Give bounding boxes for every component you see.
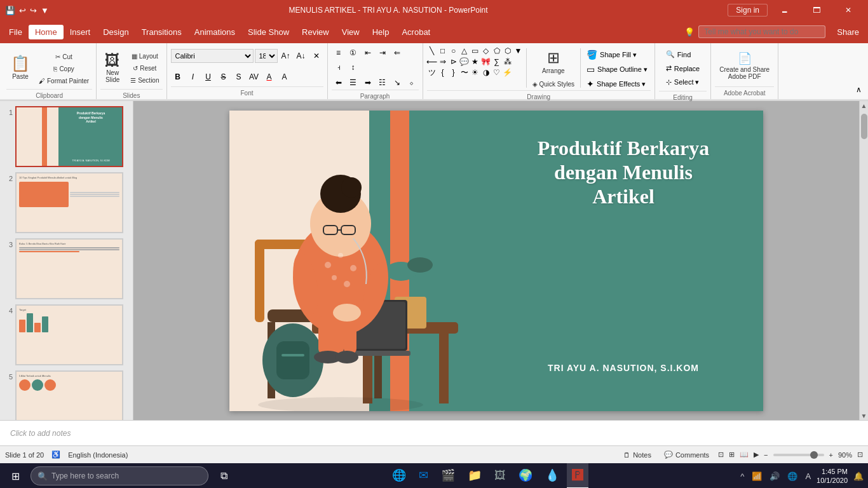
- triangle-shape[interactable]: △: [459, 46, 470, 56]
- slide-panel[interactable]: 1 Produktif Berkaryadengan MenulisArtike…: [0, 101, 133, 420]
- zoom-out-button[interactable]: −: [764, 451, 768, 459]
- ime-icon[interactable]: A: [803, 471, 813, 481]
- strikethrough-button[interactable]: S: [217, 70, 231, 84]
- indent-decrease-button[interactable]: ⇤: [361, 46, 375, 60]
- align-right-button[interactable]: ➡: [361, 76, 375, 90]
- numbering-button[interactable]: ①: [346, 46, 360, 60]
- notes-button[interactable]: 🗒 Notes: [620, 450, 655, 460]
- wave-shape[interactable]: 〜: [459, 67, 470, 78]
- rect-shape[interactable]: □: [438, 46, 448, 56]
- layout-button[interactable]: ▦ Layout: [127, 51, 162, 62]
- scroll-up-arrow[interactable]: ▲: [860, 101, 869, 110]
- shape-outline-button[interactable]: ▭ Shape Outline ▾: [583, 63, 651, 76]
- moon-shape[interactable]: ◑: [481, 67, 491, 78]
- zoom-level[interactable]: 90%: [838, 451, 852, 459]
- slide-thumbnail-5[interactable]: 5 Alat Terbaik untuk Menulis: [15, 370, 123, 420]
- taskbar-photos[interactable]: 🖼: [489, 463, 511, 488]
- create-pdf-button[interactable]: 📄 Create and Share Adobe PDF: [715, 46, 774, 86]
- find-button[interactable]: 🔍 Find: [663, 48, 703, 60]
- format-painter-button[interactable]: 🖌 Format Painter: [36, 76, 92, 86]
- slide-thumb-5[interactable]: 5 5 Alat Terbaik untuk Menulis: [3, 370, 130, 420]
- justify-button[interactable]: ☷: [376, 76, 390, 90]
- arrange-button[interactable]: ⊞ Arrange: [529, 46, 578, 78]
- search-input[interactable]: [51, 471, 201, 480]
- select-button[interactable]: ⊹ Select ▾: [663, 76, 703, 88]
- slide-thumb-3[interactable]: 3 Buku: 5 Benda Bisa Bantu Kita Raih Kar…: [3, 238, 130, 299]
- bold-button[interactable]: B: [171, 70, 185, 84]
- notification-icon[interactable]: 🔔: [851, 471, 865, 481]
- menu-transitions[interactable]: Transitions: [135, 25, 188, 39]
- pentagon-shape[interactable]: ⬠: [492, 46, 502, 56]
- maximize-button[interactable]: 🗖: [802, 0, 831, 20]
- menu-file[interactable]: File: [3, 25, 29, 39]
- bullets-button[interactable]: ≡: [332, 46, 346, 60]
- underline-button[interactable]: U: [201, 70, 215, 84]
- menu-review[interactable]: Review: [295, 25, 336, 39]
- taskbar-edge[interactable]: 🌐: [387, 463, 411, 488]
- slideshow-icon[interactable]: ▶: [754, 451, 759, 459]
- comments-button[interactable]: 💬 Comments: [660, 449, 713, 460]
- minimize-button[interactable]: 🗕: [770, 0, 799, 20]
- columns-button[interactable]: ⫞: [332, 60, 346, 74]
- text-direction-button[interactable]: ↘: [390, 76, 404, 90]
- reset-button[interactable]: ↺ Reset: [127, 63, 162, 74]
- taskbar-media[interactable]: 🎬: [436, 463, 460, 488]
- task-view-button[interactable]: ⧉: [211, 463, 236, 488]
- normal-view-icon[interactable]: ⊡: [718, 451, 724, 459]
- menu-view[interactable]: View: [336, 25, 366, 39]
- section-button[interactable]: ☰ Section: [127, 75, 162, 86]
- slide-thumb-4[interactable]: 4 Target: [3, 304, 130, 365]
- reading-view-icon[interactable]: 📖: [740, 451, 749, 459]
- menu-insert[interactable]: Insert: [64, 25, 97, 39]
- decrease-font-button[interactable]: A↓: [294, 49, 308, 63]
- menu-help[interactable]: Help: [366, 25, 396, 39]
- taskbar-browser[interactable]: 🌍: [513, 463, 538, 488]
- slide-thumbnail-2[interactable]: 10 Tips Singkat Produktif Menulis Artike…: [15, 172, 123, 233]
- taskbar-mail[interactable]: ✉: [414, 463, 433, 488]
- hex-shape[interactable]: ⬡: [503, 46, 513, 56]
- indent-increase-button[interactable]: ⇥: [376, 46, 390, 60]
- align-center-button[interactable]: ☰: [346, 76, 360, 90]
- taskbar-app-liquid[interactable]: 💧: [540, 463, 564, 488]
- notes-placeholder[interactable]: Click to add notes: [10, 429, 71, 438]
- slide-thumb-1[interactable]: 1 Produktif Berkaryadengan MenulisArtike…: [3, 106, 130, 167]
- save-icon[interactable]: 💾: [5, 6, 15, 15]
- share-button[interactable]: Share: [831, 25, 865, 39]
- sun-shape[interactable]: ☀: [470, 67, 480, 78]
- menu-animations[interactable]: Animations: [188, 25, 241, 39]
- line-spacing-button[interactable]: ↕: [346, 60, 360, 74]
- align-left-button[interactable]: ⬅: [332, 76, 346, 90]
- convert-smartart-button[interactable]: ⬦: [405, 76, 419, 90]
- slide-thumbnail-3[interactable]: Buku: 5 Benda Bisa Bantu Kita Raih Karir: [15, 238, 123, 299]
- clock[interactable]: 1:45 PM 10/1/2020: [817, 467, 848, 485]
- menu-home[interactable]: Home: [29, 25, 64, 39]
- ribbon-shape[interactable]: 🎀: [481, 57, 491, 67]
- freeform-shape[interactable]: ツ: [427, 67, 437, 78]
- custom-shape[interactable]: ⁂: [503, 57, 513, 67]
- spacing-button[interactable]: AV: [247, 70, 261, 84]
- oval-shape[interactable]: ○: [449, 46, 459, 56]
- tell-me-input[interactable]: [698, 25, 825, 38]
- arrow2-shape[interactable]: ⇒: [438, 57, 448, 67]
- increase-font-button[interactable]: A↑: [279, 49, 293, 63]
- curly-shape[interactable]: }: [449, 67, 459, 78]
- menu-acrobat[interactable]: Acrobat: [395, 25, 437, 39]
- font-size-select[interactable]: 18: [255, 49, 278, 63]
- zoom-slider[interactable]: [773, 454, 824, 456]
- notes-area[interactable]: Click to add notes: [0, 420, 868, 445]
- quick-styles-button[interactable]: ◈ Quick Styles: [529, 79, 578, 90]
- scroll-thumb[interactable]: [861, 114, 867, 139]
- copy-button[interactable]: ⎘ Copy: [36, 64, 92, 74]
- slide-thumb-2[interactable]: 2 10 Tips Singkat Produktif Menulis Arti…: [3, 172, 130, 233]
- new-slide-button[interactable]: 🖼 New Slide: [100, 46, 125, 89]
- italic-button[interactable]: I: [186, 70, 200, 84]
- callout-shape[interactable]: 💬: [459, 57, 470, 67]
- taskbar-powerpoint[interactable]: 🅿: [567, 463, 588, 488]
- signin-button[interactable]: Sign in: [728, 4, 768, 17]
- close-button[interactable]: ✕: [834, 0, 863, 20]
- process-shape[interactable]: ⊳: [449, 57, 459, 67]
- rect2-shape[interactable]: ▭: [470, 46, 480, 56]
- shape-fill-button[interactable]: 🪣 Shape Fill ▾: [583, 48, 651, 61]
- slide-sorter-icon[interactable]: ⊞: [729, 451, 735, 459]
- start-button[interactable]: ⊞: [3, 463, 28, 488]
